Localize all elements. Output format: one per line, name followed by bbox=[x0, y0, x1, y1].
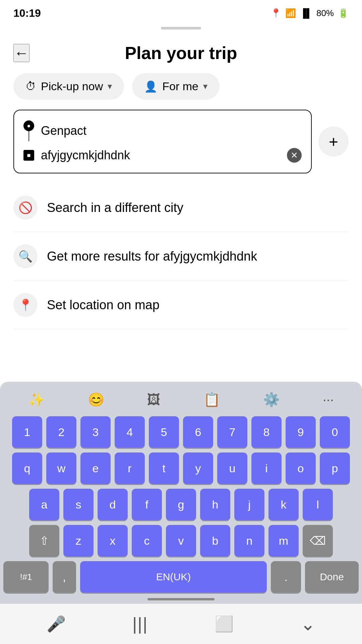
key-i[interactable]: i bbox=[251, 452, 282, 484]
keyboard-rows: 1 2 3 4 5 6 7 8 9 0 q w e r t y u i o p … bbox=[3, 416, 359, 593]
key-8[interactable]: 8 bbox=[251, 416, 282, 448]
key-q[interactable]: q bbox=[12, 452, 42, 484]
key-t[interactable]: t bbox=[149, 452, 179, 484]
key-k[interactable]: k bbox=[268, 489, 299, 520]
key-1[interactable]: 1 bbox=[12, 416, 42, 448]
space-key[interactable]: EN(UK) bbox=[80, 561, 267, 593]
status-icons: 📍 📶 ▐▌ 80% 🔋 bbox=[270, 8, 349, 18]
battery-text: 80% bbox=[316, 8, 334, 18]
key-f[interactable]: f bbox=[132, 489, 162, 520]
destination-value[interactable]: afyjgycmkjdhdnk bbox=[41, 148, 280, 162]
header: ← Plan your trip bbox=[0, 36, 362, 73]
keyboard-toolbar: ✨ 😊 🖼 📋 ⚙️ ··· bbox=[3, 388, 359, 411]
search-box: ● Genpact ■ afyjgycmkjdhdnk ✕ bbox=[13, 110, 312, 173]
key-6[interactable]: 6 bbox=[183, 416, 213, 448]
backspace-key[interactable]: ⌫ bbox=[303, 525, 333, 556]
clock-icon: ⏱ bbox=[25, 80, 36, 93]
wifi-icon: 📶 bbox=[285, 8, 296, 18]
zxcv-row: ⇧ z x c v b n m ⌫ bbox=[3, 525, 359, 556]
for-me-pill[interactable]: 👤 For me ▾ bbox=[132, 73, 220, 100]
destination-row: ■ afyjgycmkjdhdnk ✕ bbox=[23, 145, 302, 166]
for-me-chevron-icon: ▾ bbox=[203, 81, 207, 92]
list-item[interactable]: 🚫 Search in a different city bbox=[13, 183, 349, 232]
settings-icon[interactable]: ⚙️ bbox=[260, 388, 283, 411]
add-stop-button[interactable]: + bbox=[318, 126, 349, 157]
asdf-row: a s d f g h j k l bbox=[3, 489, 359, 520]
sparkle-icon[interactable]: ✨ bbox=[25, 388, 48, 411]
origin-value[interactable]: Genpact bbox=[41, 124, 302, 138]
key-y[interactable]: y bbox=[183, 452, 213, 484]
pickup-time-label: Pick-up now bbox=[41, 80, 103, 93]
emoji-icon[interactable]: 😊 bbox=[84, 388, 108, 411]
key-v[interactable]: v bbox=[166, 525, 196, 556]
result-list: 🚫 Search in a different city 🔍 Get more … bbox=[0, 183, 362, 329]
key-s[interactable]: s bbox=[63, 489, 94, 520]
signal-icon: ▐▌ bbox=[300, 8, 312, 18]
list-item[interactable]: 📍 Set location on map bbox=[13, 281, 349, 329]
key-l[interactable]: l bbox=[303, 489, 333, 520]
back-button[interactable]: ← bbox=[13, 44, 29, 62]
key-r[interactable]: r bbox=[115, 452, 145, 484]
key-d[interactable]: d bbox=[98, 489, 128, 520]
for-me-label: For me bbox=[162, 80, 198, 93]
key-a[interactable]: a bbox=[29, 489, 59, 520]
more-results-icon: 🔍 bbox=[13, 244, 38, 268]
drag-handle bbox=[161, 27, 201, 30]
image-icon[interactable]: 🖼 bbox=[144, 389, 164, 411]
status-time: 10:19 bbox=[13, 7, 41, 19]
origin-row: ● Genpact bbox=[23, 117, 302, 145]
destination-square-icon: ■ bbox=[23, 150, 34, 161]
key-p[interactable]: p bbox=[320, 452, 350, 484]
set-location-icon: 📍 bbox=[13, 293, 38, 317]
set-location-label: Set location on map bbox=[47, 298, 160, 312]
number-row: 1 2 3 4 5 6 7 8 9 0 bbox=[3, 416, 359, 448]
key-g[interactable]: g bbox=[166, 489, 196, 520]
shift-key[interactable]: ⇧ bbox=[29, 525, 59, 556]
clipboard-icon[interactable]: 📋 bbox=[200, 388, 224, 411]
more-results-label: Get more results for afyjgycmkjdhdnk bbox=[47, 249, 257, 264]
origin-dot-icon: ● bbox=[23, 120, 34, 131]
key-5[interactable]: 5 bbox=[149, 416, 179, 448]
symbols-key[interactable]: !#1 bbox=[3, 561, 49, 593]
location-icon: 📍 bbox=[270, 8, 281, 18]
qwerty-row: q w e r t y u i o p bbox=[3, 452, 359, 484]
key-o[interactable]: o bbox=[286, 452, 316, 484]
key-h[interactable]: h bbox=[200, 489, 230, 520]
keyboard: ✨ 😊 🖼 📋 ⚙️ ··· 1 2 3 4 5 6 7 8 9 0 q w e… bbox=[0, 382, 362, 604]
more-icon[interactable]: ··· bbox=[319, 389, 337, 411]
done-key[interactable]: Done bbox=[305, 561, 359, 593]
bottom-row: !#1 , EN(UK) . Done bbox=[3, 561, 359, 593]
key-2[interactable]: 2 bbox=[46, 416, 76, 448]
key-3[interactable]: 3 bbox=[80, 416, 111, 448]
clear-button[interactable]: ✕ bbox=[287, 148, 302, 163]
key-z[interactable]: z bbox=[63, 525, 94, 556]
bottom-nav: 🎤 ||| ⬜ ⌄ bbox=[0, 604, 362, 644]
key-0[interactable]: 0 bbox=[320, 416, 350, 448]
key-j[interactable]: j bbox=[234, 489, 264, 520]
pickup-chevron-icon: ▾ bbox=[108, 81, 112, 92]
key-4[interactable]: 4 bbox=[115, 416, 145, 448]
status-bar: 10:19 📍 📶 ▐▌ 80% 🔋 bbox=[0, 0, 362, 23]
key-7[interactable]: 7 bbox=[217, 416, 247, 448]
page-title: Plan your trip bbox=[125, 43, 237, 63]
key-m[interactable]: m bbox=[268, 525, 299, 556]
collapse-icon[interactable]: ⌄ bbox=[300, 613, 315, 635]
different-city-label: Search in a different city bbox=[47, 201, 183, 215]
comma-key[interactable]: , bbox=[53, 561, 76, 593]
key-w[interactable]: w bbox=[46, 452, 76, 484]
recents-icon[interactable]: ⬜ bbox=[215, 615, 234, 633]
key-n[interactable]: n bbox=[234, 525, 264, 556]
period-key[interactable]: . bbox=[271, 561, 301, 593]
key-b[interactable]: b bbox=[200, 525, 230, 556]
different-city-icon: 🚫 bbox=[13, 196, 38, 220]
key-u[interactable]: u bbox=[217, 452, 247, 484]
pickup-time-pill[interactable]: ⏱ Pick-up now ▾ bbox=[13, 73, 124, 100]
home-gesture-icon[interactable]: ||| bbox=[132, 614, 148, 634]
mic-icon[interactable]: 🎤 bbox=[47, 615, 66, 633]
key-e[interactable]: e bbox=[80, 452, 111, 484]
key-9[interactable]: 9 bbox=[286, 416, 316, 448]
key-c[interactable]: c bbox=[132, 525, 162, 556]
home-indicator bbox=[147, 598, 215, 600]
list-item[interactable]: 🔍 Get more results for afyjgycmkjdhdnk bbox=[13, 232, 349, 281]
key-x[interactable]: x bbox=[98, 525, 128, 556]
